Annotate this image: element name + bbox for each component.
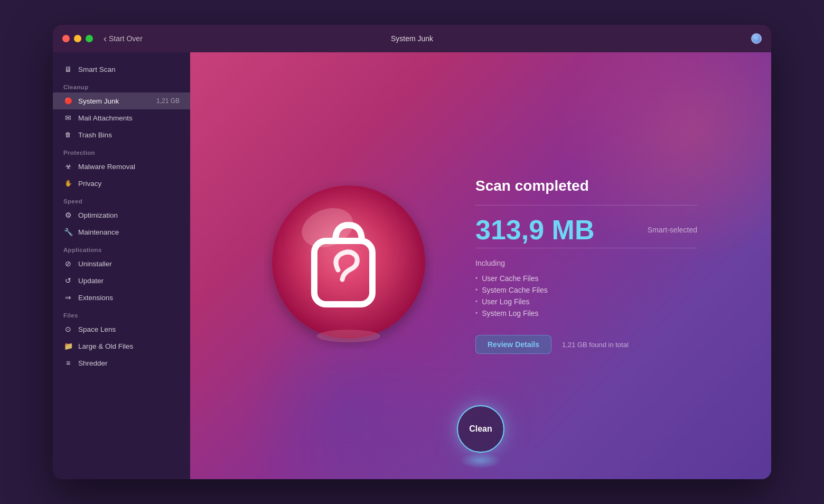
list-item: System Log Files [475, 307, 697, 319]
sidebar-item-mail-attachments[interactable]: ✉ Mail Attachments [53, 109, 190, 126]
optimization-icon: ⚙ [63, 210, 73, 220]
sidebar-item-shredder[interactable]: ≡ Shredder [53, 354, 190, 371]
clean-button[interactable]: Clean [457, 405, 504, 453]
trash-icon: 🗑 [63, 130, 73, 139]
sidebar-label-shredder: Shredder [78, 359, 108, 367]
traffic-lights [62, 35, 93, 42]
size-row: 313,9 MB Smart-selected [475, 216, 697, 244]
sidebar-label-privacy: Privacy [78, 180, 101, 188]
actions-row: Review Details 1,21 GB found in total [475, 335, 697, 354]
smart-selected-label: Smart-selected [648, 226, 697, 234]
info-panel: Scan completed 313,9 MB Smart-selected I… [475, 178, 697, 354]
found-total-label: 1,21 GB found in total [562, 341, 629, 349]
mail-icon: ✉ [63, 113, 73, 123]
sidebar-item-malware-removal[interactable]: ☣ Malware Removal [53, 158, 190, 175]
sidebar-label-large-old-files: Large & Old Files [78, 342, 133, 350]
sidebar-item-privacy[interactable]: ✋ Privacy [53, 175, 190, 192]
privacy-icon: ✋ [63, 179, 73, 188]
sidebar: 🖥 Smart Scan Cleanup 🔴 System Junk 1,21 … [53, 52, 190, 479]
maintenance-icon: 🔧 [63, 227, 73, 237]
list-item: System Cache Files [475, 284, 697, 296]
sidebar-item-updater[interactable]: ↺ Updater [53, 272, 190, 289]
sidebar-item-trash-bins[interactable]: 🗑 Trash Bins [53, 126, 190, 143]
fullscreen-button[interactable] [86, 35, 93, 42]
large-files-icon: 📁 [63, 341, 73, 351]
sidebar-item-large-old-files[interactable]: 📁 Large & Old Files [53, 338, 190, 354]
sidebar-label-malware-removal: Malware Removal [78, 163, 135, 171]
system-junk-icon: 🔴 [63, 96, 73, 106]
malware-icon: ☣ [63, 162, 73, 171]
sidebar-label-maintenance: Maintenance [78, 228, 119, 236]
sidebar-label-smart-scan: Smart Scan [78, 66, 116, 73]
svg-point-1 [272, 185, 425, 339]
uninstaller-icon: ⊘ [63, 259, 73, 268]
sidebar-item-uninstaller[interactable]: ⊘ Uninstaller [53, 255, 190, 272]
sidebar-item-extensions[interactable]: ⇒ Extensions [53, 289, 190, 306]
list-item: User Cache Files [475, 273, 697, 284]
divider-1 [475, 205, 697, 206]
user-avatar[interactable] [751, 33, 762, 44]
sidebar-item-space-lens[interactable]: ⊙ Space Lens [53, 321, 190, 338]
app-icon-container [264, 180, 433, 351]
titlebar: Start Over System Junk [53, 25, 771, 52]
minimize-button[interactable] [74, 35, 81, 42]
content-area: 🖥 Smart Scan Cleanup 🔴 System Junk 1,21 … [53, 52, 771, 479]
review-details-button[interactable]: Review Details [475, 335, 551, 354]
app-window: Start Over System Junk 🖥 Smart Scan Clea… [53, 25, 771, 479]
clean-button-glow [460, 453, 502, 469]
sidebar-item-smart-scan[interactable]: 🖥 Smart Scan [53, 61, 190, 78]
size-value: 313,9 MB [475, 216, 594, 244]
section-protection: Protection [53, 143, 190, 158]
app-icon [264, 180, 433, 349]
including-label: Including [475, 259, 697, 267]
section-cleanup: Cleanup [53, 78, 190, 92]
sidebar-label-space-lens: Space Lens [78, 325, 116, 333]
file-list: User Cache Files System Cache Files User… [475, 273, 697, 319]
space-lens-icon: ⊙ [63, 324, 73, 334]
sidebar-label-system-junk: System Junk [78, 97, 119, 105]
system-junk-badge: 1,21 GB [156, 97, 180, 105]
section-files: Files [53, 306, 190, 321]
back-button[interactable]: Start Over [104, 34, 143, 43]
close-button[interactable] [62, 35, 70, 42]
section-applications: Applications [53, 240, 190, 255]
section-speed: Speed [53, 192, 190, 207]
main-content: Scan completed 313,9 MB Smart-selected I… [190, 52, 771, 479]
sidebar-item-optimization[interactable]: ⚙ Optimization [53, 207, 190, 223]
clean-button-wrap: Clean [457, 405, 504, 453]
sidebar-label-trash-bins: Trash Bins [78, 131, 112, 139]
smart-scan-icon: 🖥 [63, 64, 73, 74]
divider-2 [475, 248, 697, 248]
sidebar-label-optimization: Optimization [78, 211, 118, 219]
updater-icon: ↺ [63, 276, 73, 285]
main-layout: Scan completed 313,9 MB Smart-selected I… [190, 178, 771, 354]
sidebar-label-extensions: Extensions [78, 294, 113, 302]
scan-completed-title: Scan completed [475, 178, 697, 194]
sidebar-label-mail-attachments: Mail Attachments [78, 114, 133, 122]
shredder-icon: ≡ [63, 358, 73, 368]
sidebar-label-uninstaller: Uninstaller [78, 260, 112, 268]
window-title: System Junk [391, 34, 433, 43]
svg-point-4 [317, 330, 380, 342]
sidebar-item-system-junk[interactable]: 🔴 System Junk 1,21 GB [53, 92, 190, 109]
sidebar-item-maintenance[interactable]: 🔧 Maintenance [53, 223, 190, 240]
list-item: User Log Files [475, 296, 697, 307]
sidebar-label-updater: Updater [78, 277, 104, 285]
extensions-icon: ⇒ [63, 293, 73, 302]
